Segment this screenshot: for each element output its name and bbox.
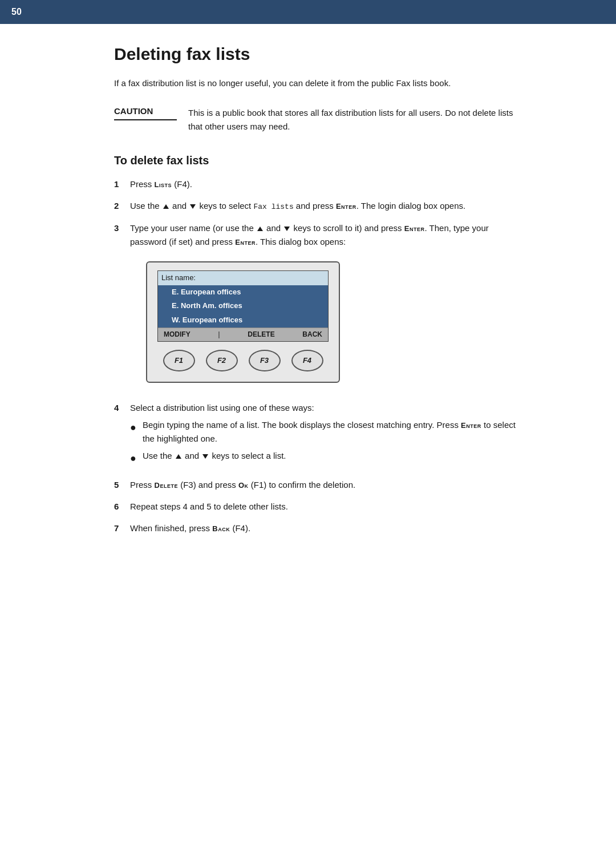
page-title: Deleting fax lists [114,45,570,64]
caution-text: This is a public book that stores all fa… [188,106,525,134]
step-3: 3 Type your user name (or use the and ke… [114,221,525,393]
screen-row-1: E. European offices [158,285,328,300]
step-3-number: 3 [114,221,130,235]
step-5-content: Press Delete (F3) and press Ok (F1) to c… [130,478,525,492]
fax-lists-mono: Fax lists [253,203,293,211]
caution-block: CAUTION This is a public book that store… [114,106,525,134]
sub-bullets: ● Begin typing the name of a list. The b… [130,418,525,467]
step-5-number: 5 [114,478,130,492]
step-7-content: When finished, press Back (F4). [130,521,525,535]
step-7-number: 7 [114,521,130,535]
arrow-up-icon-3 [176,454,181,459]
caution-label: CAUTION [114,106,177,116]
lists-label: Lists [155,180,172,189]
step-4: 4 Select a distribution list using one o… [114,401,525,470]
step-4-content: Select a distribution list using one of … [130,401,525,470]
step-6-content: Repeat steps 4 and 5 to delete other lis… [130,500,525,514]
step-2-content: Use the and keys to select Fax lists and… [130,199,525,213]
bullet-2-text: Use the and keys to select a list. [143,449,525,463]
step-1: 1 Press Lists (F4). [114,177,525,191]
caution-label-area: CAUTION [114,106,188,120]
screen-row-3: W. European offices [158,313,328,328]
device-mockup: List name: E. European offices E. North … [146,261,340,383]
step-5: 5 Press Delete (F3) and press Ok (F1) to… [114,478,525,492]
screen-header-row: List name: [158,271,328,285]
bullet-1-text: Begin typing the name of a list. The boo… [143,418,525,446]
bullet-icon-1: ● [130,419,143,436]
arrow-down-icon-2 [284,227,290,231]
section-title: To delete fax lists [114,154,570,167]
enter-label-3b: Enter [235,238,256,246]
ok-label: Ok [238,481,249,490]
page-number: 50 [11,7,22,17]
screen-bar: MODIFY | DELETE BACK [158,328,328,341]
caution-divider [114,119,177,120]
back-label: Back [212,524,230,533]
intro-text: If a fax distribution list is no longer … [114,76,525,90]
arrow-down-icon [190,204,196,209]
bullet-icon-2: ● [130,450,143,467]
arrow-up-icon [163,204,169,209]
arrow-up-icon-2 [257,227,263,231]
steps-list: 1 Press Lists (F4). 2 Use the and keys t… [114,177,525,535]
step-1-number: 1 [114,177,130,191]
bar-delete: DELETE [245,329,277,340]
enter-label-2: Enter [336,202,356,211]
enter-label-4: Enter [461,421,481,430]
page-header: 50 [0,0,616,24]
step-6-number: 6 [114,500,130,514]
device-screen: List name: E. European offices E. North … [157,270,329,342]
fkey-f3: F3 [249,350,281,371]
arrow-down-icon-3 [202,454,208,459]
fkey-f2: F2 [206,350,238,371]
step-6: 6 Repeat steps 4 and 5 to delete other l… [114,500,525,514]
content-area: Deleting fax lists If a fax distribution… [0,24,616,577]
bar-modify: MODIFY [161,329,193,340]
fkey-f1: F1 [163,350,195,371]
fkey-f4: F4 [291,350,323,371]
step-2-number: 2 [114,199,130,213]
screen-row-2: E. North Am. offices [158,299,328,313]
delete-label: Delete [155,481,179,490]
enter-label-3a: Enter [404,224,425,233]
list-name-label: List name: [161,272,196,284]
bullet-2: ● Use the and keys to select a list. [130,449,525,467]
bar-back: BACK [300,329,325,340]
step-3-content: Type your user name (or use the and keys… [130,221,525,393]
step-2: 2 Use the and keys to select Fax lists a… [114,199,525,213]
step-4-number: 4 [114,401,130,415]
step-7: 7 When finished, press Back (F4). [114,521,525,535]
bullet-1: ● Begin typing the name of a list. The b… [130,418,525,446]
fkeys-row: F1 F2 F3 F4 [157,350,329,371]
step-1-content: Press Lists (F4). [130,177,525,191]
